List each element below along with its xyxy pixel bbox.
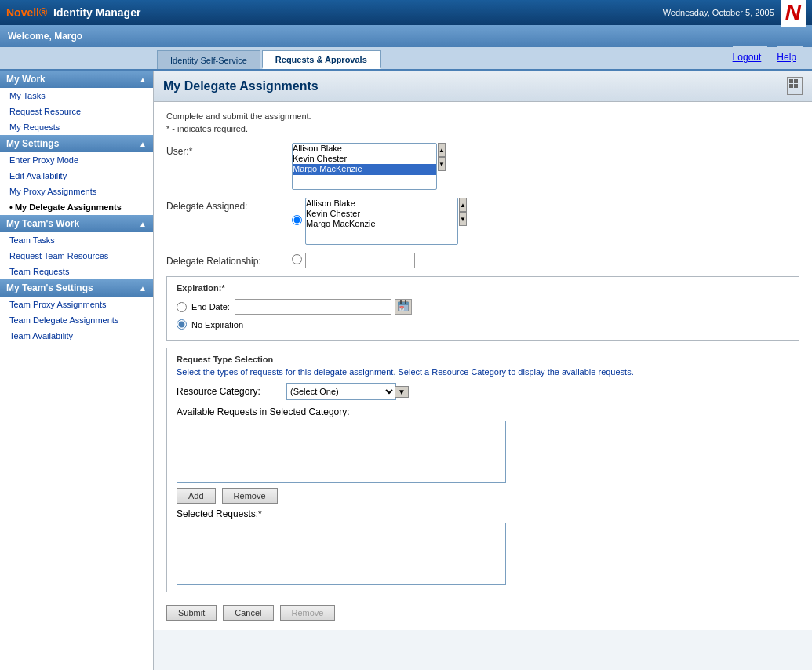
svg-rect-1 <box>794 79 798 83</box>
sidebar-section-my-work[interactable]: My Work ▲ <box>0 71 153 88</box>
logout-link[interactable]: Logout <box>733 46 768 69</box>
user-scroll-down[interactable]: ▼ <box>438 157 446 171</box>
delegate-scroll-down[interactable]: ▼ <box>459 212 467 226</box>
no-expiration-label: No Expiration <box>191 320 243 330</box>
sidebar-item-enter-proxy-mode[interactable]: Enter Proxy Mode <box>0 152 153 168</box>
delegate-assigned-row: Delegate Assigned: Allison Blake Kevin C… <box>166 198 799 245</box>
user-scroll-up[interactable]: ▲ <box>438 143 446 157</box>
required-note: * - indicates required. <box>166 124 799 133</box>
remove-bottom-button[interactable]: Remove <box>280 605 336 621</box>
resource-category-label: Resource Category: <box>177 386 286 397</box>
collapse-my-work-icon: ▲ <box>139 75 147 84</box>
calendar-icon[interactable]: 📅 <box>395 299 412 315</box>
available-requests-label: Available Requests in Selected Category: <box>177 406 789 417</box>
submit-button[interactable]: Submit <box>166 605 217 621</box>
sidebar-section-my-teams-work[interactable]: My Team's Work ▲ <box>0 215 153 232</box>
no-expiration-radio[interactable] <box>177 319 187 330</box>
page-title: My Delegate Assignments <box>163 79 319 93</box>
res-cat-dropdown-icon: ▼ <box>395 386 409 398</box>
sidebar: My Work ▲ My Tasks Request Resource My R… <box>0 71 154 670</box>
end-date-radio[interactable] <box>177 302 187 312</box>
sidebar-item-edit-availability[interactable]: Edit Availability <box>0 168 153 184</box>
sidebar-section-my-settings[interactable]: My Settings ▲ <box>0 135 153 152</box>
user-option-kevin[interactable]: Kevin Chester <box>293 154 436 164</box>
welcome-bar: Welcome, Margo <box>0 25 812 47</box>
user-select[interactable]: Allison Blake Kevin Chester Margo MacKen… <box>292 143 437 190</box>
expiration-box: Expiration:* End Date: 📅 <box>166 276 799 341</box>
sidebar-item-team-availability[interactable]: Team Availability <box>0 328 153 344</box>
content-body: Complete and submit the assignment. * - … <box>154 102 812 630</box>
sidebar-item-my-requests[interactable]: My Requests <box>0 119 153 135</box>
end-date-row: End Date: 📅 <box>177 299 789 315</box>
app-header: Novell® Identity Manager Wednesday, Octo… <box>0 0 812 25</box>
svg-text:📅: 📅 <box>399 306 405 311</box>
available-requests-list[interactable] <box>177 421 506 483</box>
sidebar-item-team-delegate-assignments[interactable]: Team Delegate Assignments <box>0 312 153 328</box>
delegate-scroll-up[interactable]: ▲ <box>459 198 467 212</box>
header-date: Wednesday, October 5, 2005 <box>663 8 774 17</box>
grid-icon[interactable] <box>787 77 803 95</box>
svg-rect-0 <box>789 79 793 83</box>
sidebar-item-team-proxy-assignments[interactable]: Team Proxy Assignments <box>0 297 153 312</box>
tab-requests-approvals[interactable]: Requests & Approvals <box>262 50 381 69</box>
selected-requests-list[interactable] <box>177 523 506 585</box>
user-option-allison[interactable]: Allison Blake <box>293 144 436 154</box>
user-option-margo[interactable]: Margo MacKenzie <box>293 164 436 174</box>
sidebar-item-team-requests[interactable]: Team Requests <box>0 264 153 279</box>
delegate-option-kevin[interactable]: Kevin Chester <box>306 209 457 219</box>
novell-brand: Novell® <box>6 6 47 19</box>
remove-button[interactable]: Remove <box>222 488 278 504</box>
help-link[interactable]: Help <box>777 46 803 69</box>
sidebar-item-my-tasks[interactable]: My Tasks <box>0 88 153 104</box>
delegate-relationship-row: Delegate Relationship: <box>166 253 799 268</box>
end-date-input[interactable] <box>235 299 391 315</box>
add-button[interactable]: Add <box>177 488 216 504</box>
app-logo: Novell® Identity Manager <box>6 6 140 19</box>
collapse-my-settings-icon: ▲ <box>139 140 147 148</box>
user-row: User:* Allison Blake Kevin Chester Margo… <box>166 143 799 190</box>
bottom-buttons: Submit Cancel Remove <box>166 605 799 621</box>
sidebar-section-my-teams-settings[interactable]: My Team's Settings ▲ <box>0 279 153 297</box>
delegate-radio[interactable] <box>292 215 302 225</box>
content-header: My Delegate Assignments <box>154 71 812 102</box>
expiration-title: Expiration:* <box>177 283 789 293</box>
delegate-relationship-input[interactable] <box>305 253 415 268</box>
delegate-relationship-radio[interactable] <box>292 254 302 264</box>
delegate-option-allison[interactable]: Allison Blake <box>306 198 457 209</box>
request-type-box: Request Type Selection Select the types … <box>166 348 799 592</box>
collapse-my-teams-settings-icon: ▲ <box>139 284 147 293</box>
end-date-label: End Date: <box>191 302 230 311</box>
sidebar-item-request-team-resources[interactable]: Request Team Resources <box>0 248 153 264</box>
sidebar-item-my-delegate-assignments[interactable]: • My Delegate Assignments <box>0 199 153 215</box>
resource-category-select[interactable]: (Select One) <box>286 383 396 400</box>
sidebar-item-request-resource[interactable]: Request Resource <box>0 104 153 119</box>
add-remove-buttons: Add Remove <box>177 488 789 504</box>
user-label: User:* <box>166 143 292 157</box>
delegate-option-margo[interactable]: Margo MacKenzie <box>306 219 457 229</box>
collapse-my-teams-work-icon: ▲ <box>139 220 147 228</box>
delegate-assigned-label: Delegate Assigned: <box>166 198 292 212</box>
no-expiration-row: No Expiration <box>177 319 789 330</box>
sidebar-item-team-tasks[interactable]: Team Tasks <box>0 232 153 248</box>
novell-n-icon: N <box>781 0 806 27</box>
selected-requests-label: Selected Requests:* <box>177 508 789 519</box>
delegate-select[interactable]: Allison Blake Kevin Chester Margo MacKen… <box>305 198 458 245</box>
cancel-button[interactable]: Cancel <box>223 605 273 621</box>
request-type-desc: Select the types of requests for this de… <box>177 367 789 377</box>
sidebar-item-my-proxy-assignments[interactable]: My Proxy Assignments <box>0 184 153 199</box>
resource-category-row: Resource Category: (Select One) ▼ <box>177 383 789 400</box>
svg-rect-3 <box>794 84 798 88</box>
delegate-relationship-label: Delegate Relationship: <box>166 253 292 267</box>
content-area: My Delegate Assignments Complete and sub… <box>154 71 812 670</box>
main-layout: My Work ▲ My Tasks Request Resource My R… <box>0 71 812 670</box>
tab-identity-self-service[interactable]: Identity Self-Service <box>157 50 260 69</box>
page-subtitle: Complete and submit the assignment. <box>166 111 799 121</box>
request-type-title: Request Type Selection <box>177 355 789 364</box>
svg-rect-2 <box>789 84 793 88</box>
welcome-text: Welcome, Margo <box>8 31 82 42</box>
svg-rect-5 <box>398 302 409 305</box>
